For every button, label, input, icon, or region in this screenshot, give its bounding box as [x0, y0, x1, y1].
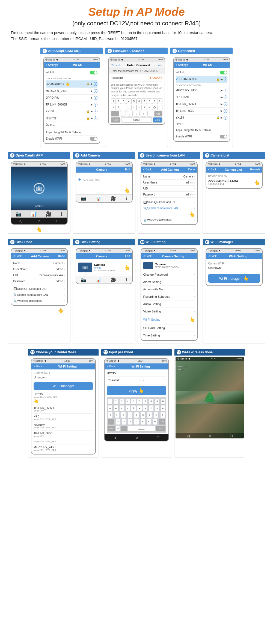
wapi-toggle[interactable] [90, 137, 97, 141]
field-name[interactable]: Name Camera › [143, 174, 195, 180]
field-username[interactable]: User Name admin › [143, 180, 195, 186]
wireless-install-btn-8[interactable]: 📡 Wireless Installation › [13, 298, 65, 304]
key-3[interactable]: 3 [121, 98, 126, 104]
network-yx188-3[interactable]: YX188 🔒 ▶ i [176, 115, 227, 121]
network-other-3[interactable]: Other... › [176, 121, 227, 127]
phone-mockup-3: 中国移动 ◀ 16:40 46% < Settings WLAN WLAN ✓ … [173, 57, 230, 142]
key-4[interactable]: 4 [126, 98, 131, 104]
alarm-setting-item[interactable]: Alarm Setting › [143, 278, 195, 286]
sd-card-setting-item[interactable]: SD Card Setting › [143, 324, 195, 332]
wireless-install-btn[interactable]: 📡 Wireless Installation › [143, 217, 195, 223]
network-mercury-3[interactable]: MERCURY_243C ▶ i [176, 87, 227, 94]
time-setting-item[interactable]: Time Setting › [143, 332, 195, 339]
step-5-label: 5 Add Camera [73, 152, 135, 159]
key-backspace[interactable]: ⌫ [154, 111, 162, 116]
key-space[interactable]: space [121, 117, 152, 123]
wifi-hcctv[interactable]: HCCTV singal:100% WPA_AES 👆 [34, 392, 93, 405]
enter-password-hint: Enter the password for "IPCAM-640817" [109, 68, 165, 74]
key-slash[interactable]: / [116, 105, 121, 110]
key-dash[interactable]: - [111, 105, 116, 110]
enable-wapi[interactable]: Enable WAPI [46, 136, 97, 142]
apps-using-wlan-3[interactable]: Apps Using WLAN & Cellular › [176, 127, 227, 133]
key-dollar[interactable]: $ [142, 105, 147, 110]
key-2[interactable]: 2 [116, 98, 121, 104]
wifi-unknown[interactable]: singal:47% WPA_AES [34, 439, 93, 444]
key-semi[interactable]: ; [126, 105, 131, 110]
key-comma[interactable]: , [120, 111, 126, 116]
key-7[interactable]: 7 [142, 98, 147, 104]
search-lan-btn-8[interactable]: 🔍 Search camera from LAN › [13, 292, 65, 298]
key-1[interactable]: 1 [111, 98, 116, 104]
wifi-manager-btn-11[interactable]: Wi-Fi manager 👆 [208, 274, 260, 283]
status-bar-8: 中国移动 ◀ 17:51 59% [11, 249, 67, 253]
camera-list-item-9[interactable]: Camera Online ZZZZ-640817-EAABA 👆 [78, 260, 130, 275]
key-9[interactable]: 9 [152, 98, 157, 104]
key-0[interactable]: 0 [157, 98, 162, 104]
video-setting-item[interactable]: Video Setting › [143, 308, 195, 315]
action-with-alarm-item[interactable]: Action with Alarm › [143, 286, 195, 293]
field-name-8[interactable]: Name Camera › [13, 260, 65, 266]
key-join[interactable]: Join [153, 117, 162, 123]
wifi-krd[interactable]: KRD singal:63% WPA_AES [34, 414, 93, 422]
network-other[interactable]: Other... › [46, 122, 97, 128]
apply-btn-13[interactable]: Apply 👆 [107, 386, 166, 395]
wifi-mercury243c[interactable]: MERCURY_243C singal:47% WPA_AES [34, 444, 93, 453]
field-uid-8[interactable]: UID ZZZZ-640817-EAABA › [13, 272, 65, 278]
recording-schedule-item[interactable]: Recording Schedule › [143, 293, 195, 300]
scan-qr-btn-8[interactable]: 🔲 Scan QR Code add UID › [13, 286, 65, 292]
phone-content-13: HCCTV Password ··· › Apply 👆 1 [105, 369, 168, 434]
wlan-toggle[interactable] [90, 71, 97, 74]
key-abc[interactable]: ABC [111, 117, 120, 123]
key-lparen[interactable]: ( [131, 105, 136, 110]
network-tplink-3[interactable]: TP-LINK_56863E ▶ i [176, 101, 227, 108]
key-8[interactable]: 8 [147, 98, 152, 104]
wifi-manager-btn-12[interactable]: Wi-Fi manager [34, 382, 93, 390]
step-8-label: 8 Click Done [8, 239, 70, 245]
key-5[interactable]: 5 [131, 98, 136, 104]
scan-qr-btn[interactable]: 🔲 Scan QR Code add UID › [143, 199, 195, 205]
network-mercury[interactable]: MERCURY_243C ▶ i [46, 88, 97, 95]
add-camera-btn[interactable]: + Add Camera [78, 174, 130, 186]
network-tplink6e3c-3[interactable]: TP-LINK_6E3C ▶ i [176, 108, 227, 115]
status-bar-3: 中国移动 ◀ 16:40 46% [174, 58, 230, 62]
key-dots[interactable]: ··· [111, 111, 119, 116]
apps-using-wlan[interactable]: Apps Using WLAN & Cellular › [46, 130, 97, 136]
network-oppo-3[interactable]: OPPO R9s ▶ i [176, 94, 227, 101]
network-oppo[interactable]: OPPO R9s ▶ i [46, 95, 97, 101]
key-dot[interactable]: . [127, 111, 133, 116]
key-at[interactable]: @ [152, 105, 157, 110]
key-question[interactable]: ? [134, 111, 140, 116]
network-yx188[interactable]: YX188 🔒 ▶ i [46, 108, 97, 115]
key-amp[interactable]: & [147, 105, 152, 110]
search-lan-btn[interactable]: 🔍 Search camera from LAN › [143, 205, 195, 211]
wifi-tplink6e3c[interactable]: TP-LINK_6E3C singal:47% [34, 431, 93, 439]
enable-wapi-3[interactable]: Enable WAPI [176, 133, 227, 140]
wifi-tplink56863[interactable]: TP-LINK_56863E singal:75% [34, 405, 93, 414]
field-username-8[interactable]: User Name admin › [13, 266, 65, 272]
phone-bottom-nav-13: ◁ ○ □ [105, 434, 168, 441]
wapi-toggle-3[interactable] [220, 135, 227, 139]
network-ipcam[interactable]: IPCAM-640817 👆 🔒 ▶ i [46, 80, 97, 88]
status-bar-4: 中国移动 ◀ 17:50 59% [11, 162, 67, 167]
change-password-item[interactable]: Change Password › [143, 271, 195, 278]
key-rparen[interactable]: ) [136, 105, 142, 110]
key-apostrophe[interactable]: ' [147, 111, 153, 116]
password-field-13[interactable]: Password ··· › [107, 377, 166, 384]
network-advert[interactable]: 印刷广告 🔒 ▶ i [46, 115, 97, 122]
network-tplink1[interactable]: TP-LINK_56863E ▶ i [46, 101, 97, 108]
password-field[interactable]: Password 01234567 [111, 75, 162, 82]
wlan-toggle-3[interactable] [220, 71, 227, 74]
key-colon[interactable]: : [121, 105, 126, 110]
connected-network[interactable]: ✓ IPCAM-640817 🔒 ▶ i [176, 76, 227, 83]
field-password[interactable]: Password admin › [143, 192, 195, 198]
camera-item[interactable]: ZZZZ-640817-EAABA 192.168.1.114 👆 [208, 178, 260, 187]
field-uid[interactable]: UID › [143, 186, 195, 192]
key-6[interactable]: 6 [136, 98, 142, 104]
phone-mockup-9: 中国移动 ◀ 17:52 59% Camera Edit [76, 248, 133, 284]
wifi-setting-item-10[interactable]: Wi-Fi Setting 👆 [143, 315, 195, 324]
key-quote[interactable]: " [157, 105, 162, 110]
key-exclaim[interactable]: ! [141, 111, 146, 116]
field-password-8[interactable]: Password admin › [13, 278, 65, 284]
wifi-deyiadeyi[interactable]: deyiadeyi singal:63% WPA_AES [34, 422, 93, 431]
audio-setting-item[interactable]: Audio Setting › [143, 300, 195, 308]
